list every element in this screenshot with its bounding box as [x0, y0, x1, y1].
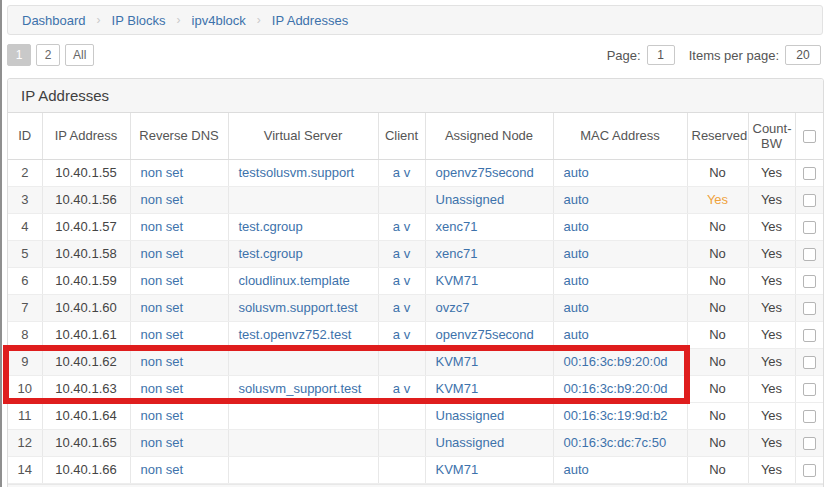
cell-reverse-dns-link[interactable]: non set [141, 435, 184, 450]
cell-reserved: No [687, 159, 748, 186]
cell-virtual-server-link[interactable]: test.cgroup [239, 246, 303, 261]
cell-mac-address: 00:16:3c:dc:7c:50 [553, 429, 687, 456]
page-button-2[interactable]: 2 [36, 44, 60, 66]
items-per-page-input[interactable] [785, 45, 821, 65]
cell-checkbox [795, 429, 823, 456]
page-button-all[interactable]: All [65, 44, 94, 66]
row-checkbox[interactable] [803, 464, 816, 477]
cell-reverse-dns-link[interactable]: non set [141, 462, 184, 477]
cell-reverse-dns-link[interactable]: non set [141, 408, 184, 423]
cell-reverse-dns-link[interactable]: non set [141, 327, 184, 342]
cell-mac-address-link[interactable]: auto [564, 300, 589, 315]
cell-reverse-dns-link[interactable]: non set [141, 165, 184, 180]
row-checkbox[interactable] [803, 221, 816, 234]
cell-mac-address-link[interactable]: auto [564, 192, 589, 207]
cell-client [378, 402, 425, 429]
cell-client: a v [378, 213, 425, 240]
cell-assigned-node-link[interactable]: Unassigned [436, 192, 505, 207]
cell-assigned-node-link[interactable]: Unassigned [436, 408, 505, 423]
cell-mac-address: 00:16:3c:19:9d:b2 [553, 402, 687, 429]
cell-id: 8 [8, 321, 42, 348]
cell-assigned-node-link[interactable]: KVM71 [436, 273, 479, 288]
cell-reserved: Yes [687, 186, 748, 213]
cell-assigned-node-link[interactable]: xenc71 [436, 246, 478, 261]
cell-reverse-dns-link[interactable]: non set [141, 354, 184, 369]
cell-ip-address: 10.40.1.63 [42, 375, 130, 402]
cell-reverse-dns-link[interactable]: non set [141, 192, 184, 207]
cell-virtual-server: cloudlinux.template [228, 267, 378, 294]
cell-reverse-dns: non set [130, 267, 228, 294]
cell-reserved: No [687, 213, 748, 240]
cell-mac-address-link[interactable]: auto [564, 327, 589, 342]
cell-assigned-node-link[interactable]: ovzc7 [436, 300, 470, 315]
cell-id: 11 [8, 402, 42, 429]
row-checkbox[interactable] [803, 356, 816, 369]
cell-virtual-server: testsolusvm.support [228, 159, 378, 186]
cell-mac-address-link[interactable]: 00:16:3c:b9:20:0d [564, 354, 668, 369]
cell-mac-address-link[interactable]: auto [564, 273, 589, 288]
cell-client-link[interactable]: a v [393, 219, 410, 234]
cell-mac-address-link[interactable]: 00:16:3c:b9:20:0d [564, 381, 668, 396]
cell-reverse-dns: non set [130, 402, 228, 429]
cell-mac-address-link[interactable]: 00:16:3c:dc:7c:50 [564, 435, 667, 450]
row-checkbox[interactable] [803, 248, 816, 261]
cell-mac-address: 00:16:3c:b9:20:0d [553, 348, 687, 375]
cell-virtual-server-link[interactable]: testsolusvm.support [239, 165, 355, 180]
cell-client-link[interactable]: a v [393, 381, 410, 396]
table-row: 1210.40.1.65non setUnassigned00:16:3c:dc… [8, 429, 823, 456]
row-checkbox[interactable] [803, 410, 816, 423]
breadcrumb-separator-icon: › [257, 13, 261, 27]
cell-assigned-node-link[interactable]: Unassigned [436, 435, 505, 450]
breadcrumb-separator-icon: › [177, 13, 181, 27]
cell-assigned-node-link[interactable]: KVM71 [436, 381, 479, 396]
cell-checkbox [795, 456, 823, 483]
cell-reverse-dns-link[interactable]: non set [141, 300, 184, 315]
cell-virtual-server-link[interactable]: test.cgroup [239, 219, 303, 234]
cell-virtual-server-link[interactable]: solusvm.support.test [239, 300, 358, 315]
cell-checkbox [795, 294, 823, 321]
cell-assigned-node-link[interactable]: openvz75second [436, 327, 534, 342]
page-button-1[interactable]: 1 [7, 44, 31, 66]
table-row: 710.40.1.60non setsolusvm.support.testa … [8, 294, 823, 321]
breadcrumb-item-ip-blocks[interactable]: IP Blocks [112, 13, 166, 28]
row-checkbox[interactable] [803, 167, 816, 180]
cell-virtual-server-link[interactable]: test.openvz752.test [239, 327, 352, 342]
cell-assigned-node-link[interactable]: xenc71 [436, 219, 478, 234]
row-checkbox[interactable] [803, 302, 816, 315]
cell-mac-address-link[interactable]: auto [564, 165, 589, 180]
breadcrumb-item-ip-addresses[interactable]: IP Addresses [272, 13, 348, 28]
cell-client-link[interactable]: a v [393, 273, 410, 288]
cell-reverse-dns-link[interactable]: non set [141, 273, 184, 288]
cell-virtual-server [228, 348, 378, 375]
cell-reverse-dns-link[interactable]: non set [141, 381, 184, 396]
row-checkbox[interactable] [803, 329, 816, 342]
cell-mac-address-link[interactable]: 00:16:3c:19:9d:b2 [564, 408, 668, 423]
cell-client: a v [378, 267, 425, 294]
cell-virtual-server-link[interactable]: solusvm_support.test [239, 381, 362, 396]
cell-virtual-server-link[interactable]: cloudlinux.template [239, 273, 350, 288]
cell-mac-address-link[interactable]: auto [564, 219, 589, 234]
cell-reverse-dns-link[interactable]: non set [141, 219, 184, 234]
cell-client-link[interactable]: a v [393, 165, 410, 180]
cell-assigned-node-link[interactable]: openvz75second [436, 165, 534, 180]
cell-count-bw: Yes [748, 294, 795, 321]
cell-mac-address-link[interactable]: auto [564, 462, 589, 477]
row-checkbox[interactable] [803, 194, 816, 207]
cell-reverse-dns-link[interactable]: non set [141, 246, 184, 261]
cell-assigned-node-link[interactable]: KVM71 [436, 462, 479, 477]
row-checkbox[interactable] [803, 383, 816, 396]
table-row: 410.40.1.57non settest.cgroupa vxenc71au… [8, 213, 823, 240]
cell-client-link[interactable]: a v [393, 300, 410, 315]
cell-client-link[interactable]: a v [393, 246, 410, 261]
row-checkbox[interactable] [803, 275, 816, 288]
cell-assigned-node: ovzc7 [425, 294, 553, 321]
row-checkbox[interactable] [803, 437, 816, 450]
breadcrumb-item-dashboard[interactable]: Dashboard [22, 13, 86, 28]
cell-assigned-node-link[interactable]: KVM71 [436, 354, 479, 369]
cell-mac-address-link[interactable]: auto [564, 246, 589, 261]
cell-client-link[interactable]: a v [393, 327, 410, 342]
table-row: 910.40.1.62non setKVM7100:16:3c:b9:20:0d… [8, 348, 823, 375]
select-all-checkbox[interactable] [803, 130, 816, 143]
breadcrumb-item-ipv4block[interactable]: ipv4block [192, 13, 246, 28]
page-number-input[interactable] [647, 45, 675, 65]
